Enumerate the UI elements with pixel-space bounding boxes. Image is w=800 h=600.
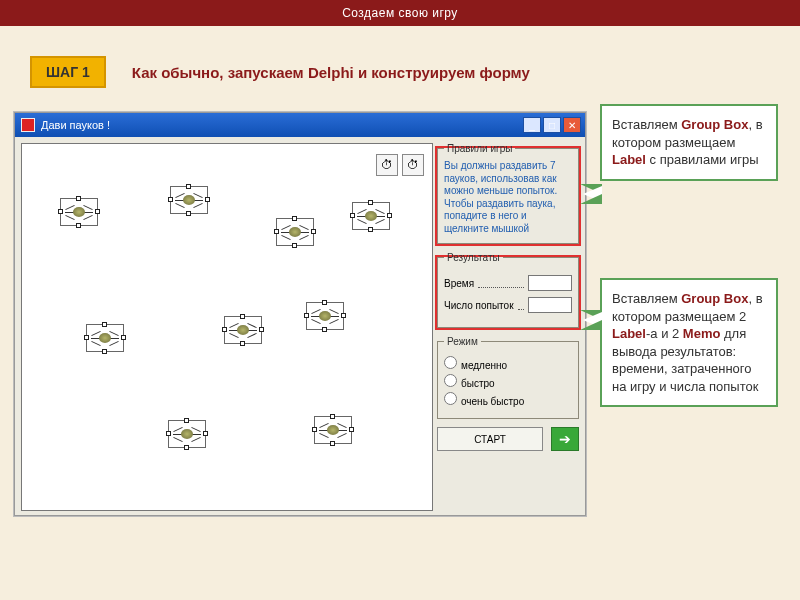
mode-groupbox[interactable]: Режим медленно быстро очень быстро	[437, 336, 579, 419]
callout-results-groupbox: Вставляем Group Box, в котором размещаем…	[600, 278, 778, 407]
spider-image[interactable]	[306, 302, 344, 330]
mode-option-fast[interactable]: быстро	[444, 374, 572, 389]
timer-icon-2[interactable]: ⏱	[402, 154, 424, 176]
mode-legend: Режим	[444, 336, 481, 347]
go-arrow-button[interactable]: ➔	[551, 427, 579, 451]
close-button[interactable]: ✕	[563, 117, 581, 133]
main-area: Дави пауков ! _ □ ✕ ⏱ ⏱	[0, 94, 800, 114]
spider-image[interactable]	[60, 198, 98, 226]
rules-legend: Правили игры	[444, 143, 515, 154]
rules-label: Вы должны раздавить 7 пауков, использова…	[444, 160, 572, 235]
spider-image[interactable]	[168, 420, 206, 448]
spider-image[interactable]	[276, 218, 314, 246]
spider-image[interactable]	[352, 202, 390, 230]
mode-option-veryfast[interactable]: очень быстро	[444, 392, 572, 407]
step-title: Как обычно, запускаем Delphi и конструир…	[132, 64, 530, 81]
window-title: Дави пауков !	[41, 119, 110, 131]
rules-groupbox[interactable]: Правили игры Вы должны раздавить 7 пауко…	[437, 143, 579, 244]
results-legend: Результаты	[444, 252, 503, 263]
attempts-memo[interactable]	[528, 297, 572, 313]
results-groupbox[interactable]: Результаты Время Число попыток	[437, 252, 579, 328]
game-canvas: ⏱ ⏱	[21, 143, 433, 511]
time-memo[interactable]	[528, 275, 572, 291]
start-button[interactable]: СТАРТ	[437, 427, 543, 451]
callout-rules-groupbox: Вставляем Group Box, в котором размещаем…	[600, 104, 778, 181]
minimize-button[interactable]: _	[523, 117, 541, 133]
spider-image[interactable]	[170, 186, 208, 214]
spider-image[interactable]	[224, 316, 262, 344]
time-label: Время	[444, 278, 474, 289]
delphi-form-window: Дави пауков ! _ □ ✕ ⏱ ⏱	[14, 112, 586, 516]
dots-filler	[518, 301, 524, 310]
step-row: ШАГ 1 Как обычно, запускаем Delphi и кон…	[0, 26, 800, 94]
maximize-button[interactable]: □	[543, 117, 561, 133]
spider-image[interactable]	[86, 324, 124, 352]
window-titlebar[interactable]: Дави пауков ! _ □ ✕	[15, 113, 585, 137]
mode-option-slow[interactable]: медленно	[444, 356, 572, 371]
attempts-label: Число попыток	[444, 300, 514, 311]
delphi-icon	[21, 118, 35, 132]
slide-header: Создаем свою игру	[0, 0, 800, 26]
timer-icon-1[interactable]: ⏱	[376, 154, 398, 176]
dots-filler	[478, 279, 524, 288]
spider-image[interactable]	[314, 416, 352, 444]
step-badge: ШАГ 1	[30, 56, 106, 88]
